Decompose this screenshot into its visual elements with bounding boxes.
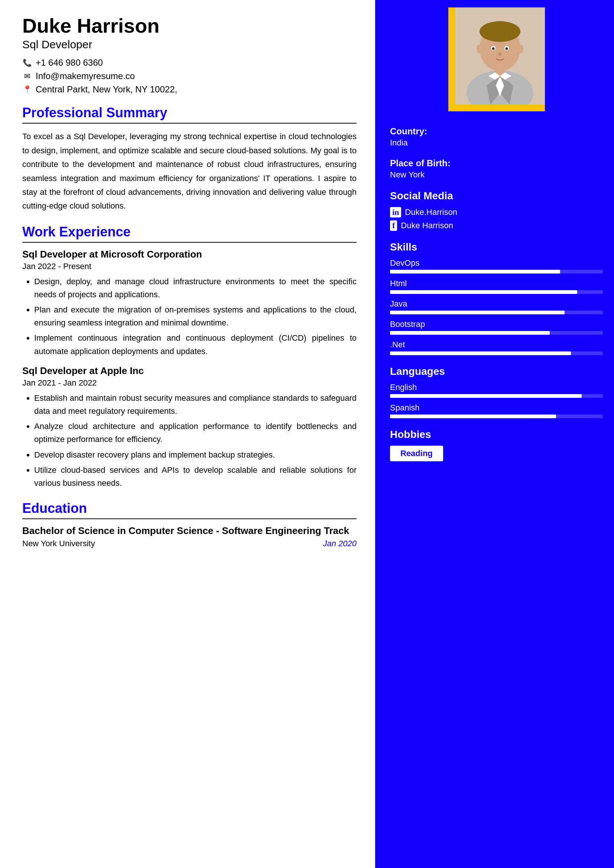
facebook-item: f Duke Harrison xyxy=(390,220,603,231)
facebook-icon: f xyxy=(390,220,397,231)
job-1-period: Jan 2022 - Present xyxy=(22,262,357,271)
contact-list: 📞 +1 646 980 6360 ✉ Info@makemyresume.co… xyxy=(22,57,357,95)
job-2: Sql Developer at Apple Inc Jan 2021 - Ja… xyxy=(22,365,357,490)
photo-accent-bottom xyxy=(455,105,545,111)
skill-dotnet: .Net xyxy=(390,340,603,355)
skill-bootstrap-name: Bootstrap xyxy=(390,319,603,329)
skill-java-bar-bg xyxy=(390,311,603,314)
country-value: India xyxy=(390,138,603,148)
edu-row: New York University Jan 2020 xyxy=(22,539,357,549)
skill-bootstrap-bar-bg xyxy=(390,331,603,335)
education-section: Education Bachelor of Science in Compute… xyxy=(22,501,357,549)
place-of-birth-label: Place of Birth: xyxy=(390,158,603,169)
skill-java-name: Java xyxy=(390,299,603,309)
job-2-bullet-1: Establish and maintain robust security m… xyxy=(34,392,357,417)
skill-bootstrap: Bootstrap xyxy=(390,319,603,335)
skill-bootstrap-bar-fill xyxy=(390,331,550,335)
skill-java-bar-fill xyxy=(390,311,564,314)
job-2-period: Jan 2021 - Jan 2022 xyxy=(22,378,357,388)
facebook-handle: Duke Harrison xyxy=(401,221,453,231)
linkedin-item: in Duke.Harrison xyxy=(390,207,603,217)
skill-html-bar-fill xyxy=(390,290,577,294)
linkedin-icon: in xyxy=(390,207,401,217)
job-2-bullet-2: Analyze cloud architecture and applicati… xyxy=(34,420,357,446)
skill-dotnet-bar-bg xyxy=(390,352,603,355)
work-experience-title: Work Experience xyxy=(22,224,357,243)
hobbies-heading: Hobbies xyxy=(390,429,603,440)
edu-date: Jan 2020 xyxy=(323,539,357,549)
lang-english-name: English xyxy=(390,383,603,392)
job-2-bullet-4: Utilize cloud-based services and APIs to… xyxy=(34,463,357,490)
skill-devops: DevOps xyxy=(390,258,603,273)
skills-section: Skills DevOps Html Java Bootstrap xyxy=(390,241,603,355)
contact-phone: 📞 +1 646 980 6360 xyxy=(22,57,357,68)
lang-spanish-bar-bg xyxy=(390,414,603,418)
skills-heading: Skills xyxy=(390,241,603,253)
place-of-birth-section: Place of Birth: New York xyxy=(390,158,603,180)
professional-summary-content: To excel as a Sql Developer, leveraging … xyxy=(22,130,357,212)
hobbies-section: Hobbies Reading xyxy=(390,429,603,461)
linkedin-handle: Duke.Harrison xyxy=(405,208,457,217)
left-column: Duke Harrison Sql Developer 📞 +1 646 980… xyxy=(0,0,375,868)
social-media-section: Social Media in Duke.Harrison f Duke Har… xyxy=(390,190,603,231)
location-icon: 📍 xyxy=(22,85,32,94)
svg-point-7 xyxy=(480,21,521,42)
job-1-title: Sql Developer at Microsoft Corporation xyxy=(22,249,357,260)
lang-english-bar-fill xyxy=(390,394,582,398)
job-1-bullets: Design, deploy, and manage cloud infrast… xyxy=(22,275,357,358)
skill-dotnet-name: .Net xyxy=(390,340,603,350)
skill-devops-bar-bg xyxy=(390,270,603,273)
languages-section: Languages English Spanish xyxy=(390,366,603,418)
person-name: Duke Harrison xyxy=(22,15,357,37)
social-media-heading: Social Media xyxy=(390,190,603,202)
skill-dotnet-bar-fill xyxy=(390,352,571,355)
photo-wrapper xyxy=(448,8,545,111)
contact-address: 📍 Central Parkt, New York, NY 10022, xyxy=(22,84,357,95)
lang-english-bar-bg xyxy=(390,394,603,398)
summary-text: To excel as a Sql Developer, leveraging … xyxy=(22,130,357,212)
lang-english: English xyxy=(390,383,603,398)
phone-icon: 📞 xyxy=(22,58,32,67)
work-experience-section: Work Experience Sql Developer at Microso… xyxy=(22,224,357,490)
svg-point-14 xyxy=(518,45,523,53)
work-experience-content: Sql Developer at Microsoft Corporation J… xyxy=(22,249,357,490)
job-1: Sql Developer at Microsoft Corporation J… xyxy=(22,249,357,358)
svg-point-12 xyxy=(499,52,501,56)
lang-spanish: Spanish xyxy=(390,403,603,418)
lang-spanish-bar-fill xyxy=(390,414,556,418)
education-content: Bachelor of Science in Computer Science … xyxy=(22,525,357,549)
job-2-bullet-3: Develop disaster recovery plans and impl… xyxy=(34,448,357,461)
email-icon: ✉ xyxy=(22,71,32,81)
professional-summary-section: Professional Summary To excel as a Sql D… xyxy=(22,105,357,212)
photo-accent-bar xyxy=(448,8,455,111)
job-1-bullet-2: Plan and execute the migration of on-pre… xyxy=(34,303,357,329)
skill-html: Html xyxy=(390,279,603,294)
skill-devops-name: DevOps xyxy=(390,258,603,268)
job-title: Sql Developer xyxy=(22,38,357,51)
job-2-title: Sql Developer at Apple Inc xyxy=(22,365,357,377)
skill-devops-bar-fill xyxy=(390,270,560,273)
edu-degree: Bachelor of Science in Computer Science … xyxy=(22,525,357,536)
hobby-reading: Reading xyxy=(390,446,443,461)
education-title: Education xyxy=(22,501,357,519)
skill-html-name: Html xyxy=(390,279,603,288)
lang-spanish-name: Spanish xyxy=(390,403,603,413)
job-1-bullet-3: Implement continuous integration and con… xyxy=(34,332,357,357)
professional-summary-title: Professional Summary xyxy=(22,105,357,124)
skill-html-bar-bg xyxy=(390,290,603,294)
job-1-bullet-1: Design, deploy, and manage cloud infrast… xyxy=(34,275,357,301)
right-column: Country: India Place of Birth: New York … xyxy=(375,0,614,868)
languages-heading: Languages xyxy=(390,366,603,377)
person-photo xyxy=(455,8,545,105)
country-label: Country: xyxy=(390,126,603,136)
country-section: Country: India xyxy=(390,126,603,148)
photo-box xyxy=(455,8,545,105)
job-2-bullets: Establish and maintain robust security m… xyxy=(22,392,357,490)
skill-java: Java xyxy=(390,299,603,314)
svg-point-13 xyxy=(477,45,482,53)
place-of-birth-value: New York xyxy=(390,170,603,180)
svg-point-10 xyxy=(492,48,494,50)
svg-point-11 xyxy=(505,48,508,50)
contact-email: ✉ Info@makemyresume.co xyxy=(22,71,357,81)
edu-school: New York University xyxy=(22,539,95,549)
